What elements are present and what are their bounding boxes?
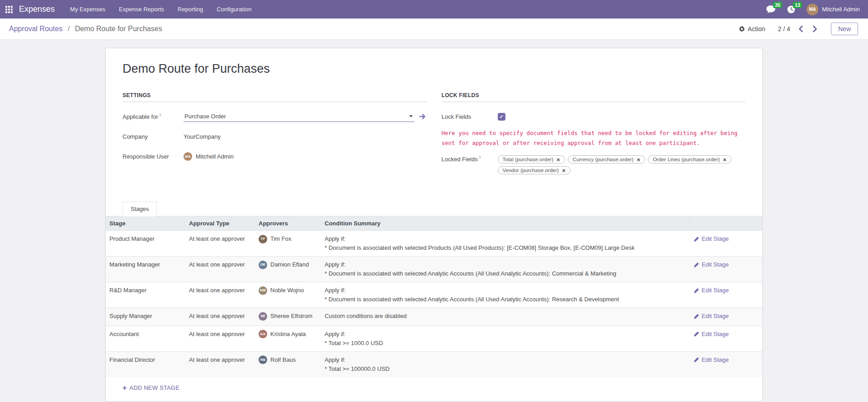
edit-stage-button[interactable]: Edit Stage [693,286,729,295]
condition-summary-cell: Custom conditions are disabled [321,308,690,326]
menu-configuration[interactable]: Configuration [217,6,251,13]
messages-button[interactable]: 35 [766,5,776,14]
applicable-for-value: Purchase Order [184,113,226,120]
approver-avatar: RB [259,355,267,364]
settings-section-title: SETTINGS [123,92,427,102]
remove-tag-icon[interactable]: × [723,157,726,162]
menu-expense-reports[interactable]: Expense Reports [119,6,164,13]
pencil-icon [693,331,699,337]
menu-my-expenses[interactable]: My Expenses [70,6,105,13]
activities-badge: 13 [793,2,802,8]
approver-avatar: DE [259,261,267,269]
settings-section: SETTINGS Applicable for? Purchase Order [123,92,427,182]
locked-field-tag[interactable]: Total (purchase.order)× [498,155,565,164]
remove-tag-icon[interactable]: × [637,157,640,162]
edit-stage-button[interactable]: Edit Stage [693,234,729,243]
responsible-user-avatar: MA [184,152,192,161]
activities-button[interactable]: 13 [787,5,796,14]
approvers-cell: RBRolf Baus [255,351,321,377]
edit-stage-button[interactable]: Edit Stage [693,355,729,365]
arrow-right-icon [419,113,427,120]
app-name[interactable]: Expenses [19,5,55,14]
condition-summary-cell: Apply if:* Total >= 1000.0 USD [321,326,690,351]
pencil-icon [693,313,699,319]
internal-link-button[interactable] [419,113,427,120]
main-menu: My Expenses Expense Reports Reporting Co… [70,6,251,13]
company-row: Company YourCompany [123,130,427,143]
column-header-condition-summary: Condition Summary [321,216,690,231]
lock-fields-label: Lock Fields [442,113,498,120]
locked-field-tag[interactable]: Vendor (purchase.order)× [498,166,571,174]
condition-summary-cell: Apply if:* Total >= 100000.0 USD [321,351,690,377]
breadcrumb-parent-link[interactable]: Approval Routes [9,25,62,33]
approvers-cell: KAKristina Ayala [255,326,321,351]
responsible-user-field[interactable]: MA Mitchell Admin [184,152,234,161]
remove-tag-icon[interactable]: × [562,168,566,173]
applicable-for-field[interactable]: Purchase Order [184,112,415,122]
messages-badge: 35 [773,2,782,8]
applicable-for-row: Applicable for? Purchase Order [123,110,427,123]
locked-field-tag[interactable]: Order Lines (purchase.order)× [648,155,731,164]
responsible-user-label: Responsible User [123,153,184,160]
new-button[interactable]: New [831,23,858,35]
approvers-cell: DEDamion Efland [255,257,321,282]
chevron-right-icon [812,25,817,33]
approver-avatar: NW [259,286,267,295]
lock-fields-checkbox[interactable]: ✓ [498,113,505,121]
dropdown-caret-icon [409,115,413,117]
company-label: Company [123,133,184,140]
approval-type-cell: At least one approver [185,308,255,326]
condition-summary-cell: Apply if:* Document is associated with s… [321,231,690,257]
user-avatar: MA [807,4,818,15]
company-field[interactable]: YourCompany [184,133,221,140]
stages-table: Stage Approval Type Approvers Condition … [106,216,762,377]
approval-type-cell: At least one approver [185,282,255,308]
action-menu-button[interactable]: Action [739,25,765,33]
remove-tag-icon[interactable]: × [557,157,560,162]
edit-stage-button[interactable]: Edit Stage [693,330,729,339]
action-label: Action [748,25,765,33]
table-row: Supply Manager At least one approver SES… [106,308,762,326]
responsible-user-name: Mitchell Admin [196,153,234,160]
pager-previous-button[interactable] [797,24,804,33]
column-header-actions [690,216,762,231]
stage-cell: Accountant [106,326,185,351]
apps-menu-icon[interactable] [5,6,13,13]
approver-avatar: SE [259,312,267,321]
help-icon: ? [159,113,161,117]
approver-avatar: TF [259,235,267,243]
table-row: Marketing Manager At least one approver … [106,257,762,282]
notebook-tabs: Stages [106,201,762,216]
breadcrumb-separator: / [68,25,70,33]
locked-field-tag[interactable]: Currency (purchase.order)× [568,155,645,164]
menu-reporting[interactable]: Reporting [178,6,203,13]
gear-icon [739,26,745,32]
edit-stage-button[interactable]: Edit Stage [693,260,729,269]
column-header-stage: Stage [106,216,185,231]
table-row: Product Manager At least one approver TF… [106,231,762,257]
user-menu[interactable]: MA Mitchell Admin [807,4,860,15]
tab-stages[interactable]: Stages [123,201,157,216]
form-sheet: Demo Route for Purchases SETTINGS Applic… [105,48,763,402]
lock-fields-section-title: LOCK FIELDS [442,92,746,102]
approval-type-cell: At least one approver [185,326,255,351]
pager-next-button[interactable] [811,24,818,33]
applicable-for-label: Applicable for? [123,113,184,120]
pencil-icon [693,288,699,294]
edit-stage-button[interactable]: Edit Stage [693,312,729,321]
add-new-stage-button[interactable]: + ADD NEW STAGE [106,377,762,395]
lock-fields-help-text: Here you need to specify document fields… [442,128,746,148]
user-name: Mitchell Admin [822,6,860,13]
condition-summary-cell: Apply if:* Document is associated with s… [321,282,690,308]
approvers-cell: TFTim Fox [255,231,321,257]
control-panel: Approval Routes / Demo Route for Purchas… [0,19,868,40]
locked-fields-tags: Total (purchase.order)× Currency (purcha… [498,155,746,174]
top-navbar: Expenses My Expenses Expense Reports Rep… [0,0,868,19]
approvers-cell: SESheree Elfstrom [255,308,321,326]
approvers-cell: NWNoble Wojno [255,282,321,308]
lock-fields-row: Lock Fields ✓ [442,110,746,123]
lock-fields-section: LOCK FIELDS Lock Fields ✓ Here you need … [442,92,746,182]
table-header-row: Stage Approval Type Approvers Condition … [106,216,762,231]
breadcrumb: Approval Routes / Demo Route for Purchas… [9,25,162,33]
pager[interactable]: 2 / 4 [778,25,790,33]
